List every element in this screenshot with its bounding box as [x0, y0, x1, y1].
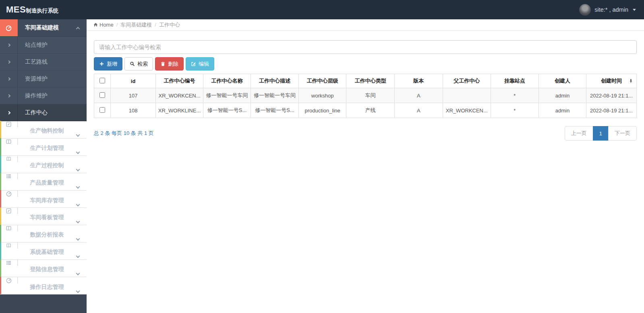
logo-secondary: 制造执行系统 [26, 7, 58, 15]
sidebar-item-label: 产品质量管理 [30, 179, 64, 187]
breadcrumb-separator: / [116, 22, 118, 28]
sidebar-item-process-route[interactable]: 工艺路线 [0, 54, 87, 70]
cell-level: workshop [298, 88, 346, 103]
add-button[interactable]: 新增 [94, 57, 122, 70]
user-label: site:* , admin [594, 6, 628, 13]
header-type: 工作中心类型 [346, 74, 395, 88]
chevron-right-icon [7, 111, 10, 114]
chevron-down-icon [76, 203, 80, 207]
stripe [0, 190, 1, 207]
search-button[interactable]: 检索 [124, 57, 153, 70]
chevron-down-icon [76, 237, 80, 241]
table-row[interactable]: 107 XR_WORKCEN... 修一智能一号车间 修一智能一号车间 work… [94, 88, 637, 103]
main-area: Home / 车间基础建模 / 工作中心 新增 检索 删除 [87, 19, 644, 313]
breadcrumb-home[interactable]: Home [93, 22, 114, 28]
header-version: 版本 [395, 74, 443, 88]
content: 新增 检索 删除 编辑 [87, 31, 644, 141]
app-logo[interactable]: MES制造执行系统 [6, 4, 58, 15]
breadcrumb-separator: / [155, 22, 156, 28]
header-station: 挂靠站点 [491, 74, 539, 88]
sidebar-item-workshop-basic-modeling[interactable]: 车间基础建模 [0, 19, 87, 37]
cell-code: XR_WORKLINE... [156, 103, 203, 118]
chevron-down-icon [76, 185, 80, 189]
row-checkbox[interactable] [99, 107, 105, 113]
delete-button[interactable]: 删除 [155, 57, 184, 70]
chevron-right-icon [7, 60, 10, 63]
sidebar-item-production-plan-management[interactable]: 生产计划管理 [0, 139, 87, 156]
pager: 上一页 1 下一页 [565, 126, 637, 141]
toolbar: 新增 检索 删除 编辑 [94, 57, 637, 70]
cell-code: XR_WORKCEN... [156, 88, 203, 103]
sidebar-item-label: 工作中心 [25, 109, 48, 116]
header-name: 工作中心名称 [203, 74, 251, 88]
sidebar-item-label: 系统基础管理 [30, 249, 64, 256]
pencil-square-icon [6, 121, 12, 127]
row-checkbox[interactable] [99, 92, 105, 98]
sidebar-item-data-analysis-report[interactable]: 数据分析报表 [0, 225, 87, 243]
sidebar-item-site-maintenance[interactable]: 站点维护 [0, 37, 87, 54]
page-1-button[interactable]: 1 [593, 126, 609, 141]
sidebar-item-label: 站点维护 [25, 41, 48, 49]
pagination-summary: 总 2 条 每页 10 条 共 1 页 [94, 130, 154, 137]
sidebar-item-product-quality-management[interactable]: 产品质量管理 [0, 173, 87, 191]
gauge-icon [6, 191, 12, 197]
chevron-down-icon [76, 272, 80, 276]
sidebar-item-operation-maintenance[interactable]: 操作维护 [0, 87, 87, 104]
chevron-right-icon [7, 94, 10, 97]
book-icon [6, 243, 12, 249]
sidebar-item-label: 车间基础建模 [25, 24, 59, 31]
stripe [0, 259, 1, 277]
sidebar-item-label: 车间看板管理 [30, 214, 64, 221]
gauge-icon [5, 25, 12, 31]
gauge-icon [6, 277, 12, 284]
cell-id: 107 [110, 88, 155, 103]
cell-type: 产线 [346, 103, 395, 118]
edit-icon [191, 61, 196, 66]
sidebar-item-label: 生产过程控制 [30, 162, 64, 169]
sidebar-item-work-center[interactable]: 工作中心 [0, 104, 87, 121]
sidebar-item-production-material-control[interactable]: 生产物料控制 [0, 121, 87, 139]
work-center-table: id 工作中心编号 工作中心名称 工作中心描述 工作中心层级 工作中心类型 版本… [94, 74, 637, 118]
table-row[interactable]: 108 XR_WORKLINE... 修一智能一号S... 修一智能一号S...… [94, 103, 637, 118]
sidebar-fill [0, 294, 87, 313]
stripe [0, 225, 1, 242]
user-menu[interactable]: site:* , admin [579, 4, 636, 16]
sidebar-item-production-process-control[interactable]: 生产过程控制 [0, 156, 87, 173]
sidebar-item-label: 工艺路线 [25, 58, 48, 66]
prev-page-button[interactable]: 上一页 [565, 126, 593, 141]
breadcrumb-item[interactable]: 车间基础建模 [120, 21, 152, 29]
chevron-down-icon [76, 254, 80, 258]
select-all-checkbox[interactable] [99, 78, 105, 83]
stripe [0, 138, 1, 155]
cell-name: 修一智能一号车间 [203, 88, 251, 103]
sidebar-item-login-info-management[interactable]: 登陆信息管理 [0, 260, 87, 277]
sidebar-item-operation-log-management[interactable]: 操作日志管理 [0, 277, 87, 294]
cell-creator: admin [538, 103, 586, 118]
header-creator: 创建人 [538, 74, 586, 88]
sidebar-item-workshop-kanban-management[interactable]: 车间看板管理 [0, 208, 87, 225]
cell-created: 2022-08-19 21:1... [586, 88, 637, 103]
breadcrumb-item-current: 工作中心 [159, 21, 180, 29]
header-level: 工作中心层级 [298, 74, 346, 88]
sidebar-item-system-basic-management[interactable]: 系统基础管理 [0, 243, 87, 260]
chevron-up-icon [76, 27, 80, 31]
cell-desc: 修一智能一号车间 [251, 88, 299, 103]
pin-icon[interactable] [629, 79, 633, 83]
edit-button[interactable]: 编辑 [186, 57, 214, 70]
top-navbar: MES制造执行系统 site:* , admin [0, 0, 644, 19]
search-input[interactable] [94, 40, 637, 54]
avatar [579, 4, 591, 16]
cell-parent: XR_WORKCEN... [443, 103, 491, 118]
stripe [0, 155, 1, 173]
header-code: 工作中心编号 [156, 74, 203, 88]
sidebar-item-resource-maintenance[interactable]: 资源维护 [0, 70, 87, 87]
sidebar-menu: 车间基础建模 站点维护 工艺路线 资源维护 操作维护 工作中心 [0, 19, 87, 294]
cell-version: A [395, 103, 443, 118]
header-desc: 工作中心描述 [251, 74, 299, 88]
sidebar-item-label: 操作日志管理 [30, 284, 64, 291]
sidebar-item-workshop-inventory-management[interactable]: 车间库存管理 [0, 191, 87, 208]
pagination: 总 2 条 每页 10 条 共 1 页 上一页 1 下一页 [94, 126, 637, 141]
cell-station: * [491, 103, 539, 118]
next-page-button[interactable]: 下一页 [608, 126, 637, 141]
columns-icon [6, 139, 12, 145]
